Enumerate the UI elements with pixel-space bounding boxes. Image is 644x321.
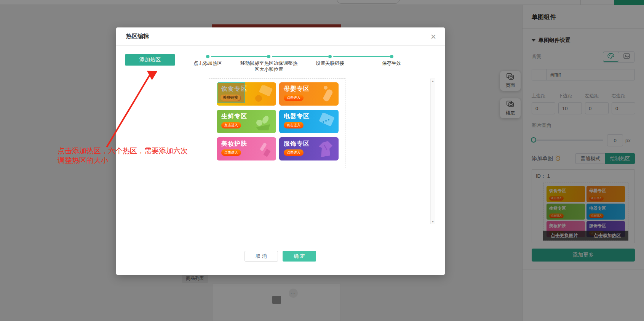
preview-scrollbar[interactable]: ▲ ▼ [430, 79, 435, 224]
tile-apparel[interactable]: 服饰专区 点击进入 [279, 137, 339, 160]
washing-machine-icon [315, 113, 336, 133]
hotzone-selection[interactable]: 关联链接 [217, 82, 245, 103]
hotzone-link-label[interactable]: 关联链接 [221, 95, 240, 101]
step-line [211, 56, 267, 57]
tile-food[interactable]: 饮食专区 点击进入 关联链接 [217, 82, 276, 106]
clothes-icon [315, 140, 336, 160]
banner-image-preview[interactable]: 饮食专区 点击进入 关联链接 母婴专区 点击进入 生 [209, 78, 345, 168]
cancel-button[interactable]: 取 消 [244, 251, 278, 262]
close-icon[interactable]: ✕ [428, 31, 439, 42]
step-label-4: 保存生效 [372, 60, 411, 66]
step-label-1: 点击添加热区 [184, 60, 232, 66]
dialog-header: 热区编辑 [116, 27, 445, 46]
tile-beauty[interactable]: 美妆护肤 点击进入 [217, 137, 276, 160]
tile-fresh[interactable]: 生鲜专区 点击进入 [217, 110, 276, 133]
step-line [333, 56, 390, 57]
step-dot-1 [206, 55, 209, 58]
vegetables-icon [252, 113, 273, 133]
tile-baby[interactable]: 母婴专区 点击进入 [279, 82, 339, 106]
add-hotzone-button[interactable]: 添加热区 [125, 54, 175, 66]
step-dot-3 [328, 55, 332, 58]
step-line [272, 56, 328, 57]
scroll-up-icon[interactable]: ▲ [431, 80, 434, 82]
lipstick-icon [254, 140, 273, 160]
chocolate-icon [253, 85, 273, 104]
step-label-3: 设置关联链接 [306, 60, 354, 66]
baby-bottle-icon [316, 85, 336, 105]
scroll-down-icon[interactable]: ▼ [431, 220, 434, 223]
dialog-title: 热区编辑 [126, 33, 149, 40]
step-dot-2 [267, 55, 270, 58]
confirm-button[interactable]: 确 定 [283, 251, 316, 262]
hotzone-edit-dialog: 热区编辑 ✕ 添加热区 点击添加热区 移动鼠标至热区边缘调整热区大小和位置 设置… [116, 27, 445, 275]
tile-appliance[interactable]: 电器专区 点击进入 [279, 110, 339, 133]
step-label-2: 移动鼠标至热区边缘调整热区大小和位置 [238, 60, 300, 72]
step-dot-4 [390, 55, 393, 58]
